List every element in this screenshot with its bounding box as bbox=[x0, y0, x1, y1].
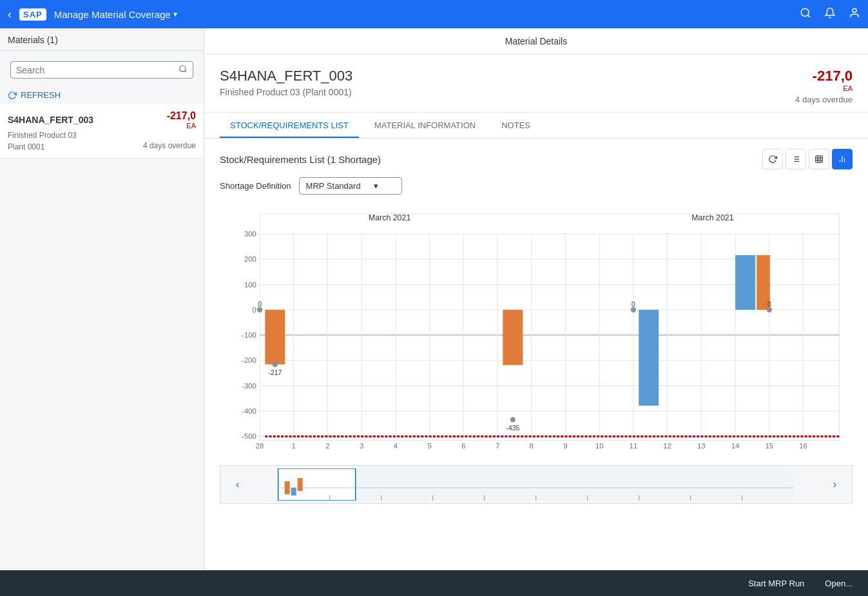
detail-material-desc: Finished Product 03 (Plant 0001) bbox=[220, 87, 352, 97]
svg-text:-400: -400 bbox=[242, 407, 256, 415]
nav-left-arrow[interactable]: ‹ bbox=[236, 479, 239, 490]
content-header-title: Material Details bbox=[505, 36, 567, 46]
svg-point-2 bbox=[853, 8, 856, 12]
svg-text:0: 0 bbox=[767, 301, 771, 308]
svg-point-3 bbox=[180, 66, 186, 72]
material-list-item[interactable]: S4HANA_FERT_003 -217,0 EA Finished Produ… bbox=[0, 104, 204, 159]
bar-11-negative bbox=[639, 310, 659, 406]
tabs-container: STOCK/REQUIREMENTS LIST MATERIAL INFORMA… bbox=[204, 113, 868, 139]
svg-rect-11 bbox=[816, 156, 823, 163]
svg-text:9: 9 bbox=[563, 442, 567, 450]
svg-text:-100: -100 bbox=[242, 331, 256, 339]
refresh-button[interactable]: REFRESH bbox=[0, 86, 204, 104]
nav-right-arrow[interactable]: › bbox=[833, 479, 836, 490]
svg-text:-435: -435 bbox=[506, 425, 519, 432]
table-view-button[interactable] bbox=[809, 149, 829, 169]
search-icon[interactable] bbox=[800, 7, 811, 22]
data-point-435 bbox=[510, 417, 516, 422]
app-header: ‹ SAP Manage Material Coverage ▾ bbox=[0, 0, 868, 28]
chart-container: March 2021 March 2021 bbox=[220, 205, 853, 463]
svg-text:4: 4 bbox=[394, 442, 398, 450]
svg-text:13: 13 bbox=[697, 442, 706, 450]
data-point-217 bbox=[273, 361, 278, 367]
material-detail-header: S4HANA_FERT_003 Finished Product 03 (Pla… bbox=[204, 55, 868, 113]
svg-text:March 2021: March 2021 bbox=[691, 213, 734, 222]
svg-text:6: 6 bbox=[461, 442, 465, 450]
back-button[interactable]: ‹ bbox=[8, 8, 12, 21]
material-plant: Plant 0001 bbox=[8, 142, 44, 151]
svg-text:300: 300 bbox=[244, 230, 256, 238]
detail-overdue: 4 days overdue bbox=[795, 95, 853, 104]
app-title: Manage Material Coverage ▾ bbox=[54, 9, 177, 20]
svg-text:0: 0 bbox=[258, 301, 262, 308]
refresh-chart-button[interactable] bbox=[762, 149, 783, 169]
svg-text:7: 7 bbox=[496, 442, 499, 450]
svg-text:-300: -300 bbox=[242, 382, 256, 390]
svg-point-0 bbox=[801, 8, 809, 16]
svg-text:5: 5 bbox=[427, 442, 431, 450]
svg-text:8: 8 bbox=[530, 442, 534, 450]
svg-line-4 bbox=[185, 71, 187, 73]
shortage-dropdown[interactable]: MRP Standard ▾ bbox=[299, 177, 402, 195]
svg-text:-500: -500 bbox=[242, 432, 256, 440]
shortage-definition-row: Shortage Definition MRP Standard ▾ bbox=[220, 177, 853, 195]
user-icon[interactable] bbox=[849, 7, 860, 22]
material-overdue: 4 days overdue bbox=[143, 141, 196, 151]
svg-text:100: 100 bbox=[244, 281, 256, 289]
title-chevron-icon[interactable]: ▾ bbox=[173, 10, 177, 19]
sap-logo: SAP bbox=[19, 8, 46, 21]
chart-navigator: ‹ bbox=[220, 465, 853, 504]
data-point-11-0 bbox=[631, 307, 636, 312]
start-mrp-run-button[interactable]: Start MRP Run bbox=[743, 576, 809, 591]
stock-title: Stock/Requirements List (1 Shortage) bbox=[220, 154, 381, 165]
detail-shortage-value: -217,0 bbox=[795, 68, 853, 84]
search-icon[interactable] bbox=[178, 64, 188, 75]
materials-count-label: Materials (1) bbox=[8, 35, 58, 45]
svg-text:-200: -200 bbox=[242, 356, 256, 364]
svg-text:200: 200 bbox=[244, 255, 256, 263]
sidebar: Materials (1) REFRESH S4HANA_FERT_003 -2… bbox=[0, 28, 204, 570]
content-area: Material Details S4HANA_FERT_003 Finishe… bbox=[204, 28, 868, 570]
notification-icon[interactable] bbox=[824, 7, 836, 22]
svg-rect-82 bbox=[298, 478, 303, 491]
svg-text:10: 10 bbox=[595, 442, 604, 450]
data-point-28-0 bbox=[257, 307, 262, 312]
svg-text:16: 16 bbox=[799, 442, 807, 450]
svg-text:2: 2 bbox=[325, 442, 329, 450]
tab-notes[interactable]: NOTES bbox=[491, 113, 541, 138]
tab-stock-requirements[interactable]: STOCK/REQUIREMENTS LIST bbox=[220, 113, 359, 138]
svg-line-1 bbox=[807, 15, 809, 17]
material-name: S4HANA_FERT_003 bbox=[8, 115, 93, 125]
material-description: Finished Product 03 bbox=[8, 131, 196, 140]
svg-rect-81 bbox=[291, 488, 296, 495]
stock-header: Stock/Requirements List (1 Shortage) bbox=[220, 149, 853, 169]
svg-text:0: 0 bbox=[253, 306, 256, 314]
data-point-14-0 bbox=[767, 307, 772, 312]
content-header: Material Details bbox=[204, 28, 868, 55]
stock-tools bbox=[762, 149, 853, 169]
svg-text:12: 12 bbox=[663, 442, 671, 450]
header-icons bbox=[800, 7, 860, 22]
shortage-dropdown-value: MRP Standard bbox=[306, 181, 361, 191]
svg-rect-19 bbox=[260, 214, 839, 440]
material-shortage-value: -217,0 bbox=[167, 110, 196, 122]
main-layout: Materials (1) REFRESH S4HANA_FERT_003 -2… bbox=[0, 28, 868, 570]
detail-unit: EA bbox=[795, 84, 853, 92]
list-view-button[interactable] bbox=[786, 149, 806, 169]
svg-text:March 2021: March 2021 bbox=[369, 213, 411, 222]
detail-material-name: S4HANA_FERT_003 bbox=[220, 68, 352, 84]
chart-view-button[interactable] bbox=[832, 149, 853, 169]
material-unit: EA bbox=[167, 122, 196, 130]
svg-text:1: 1 bbox=[292, 442, 296, 450]
svg-text:11: 11 bbox=[630, 442, 638, 450]
svg-text:15: 15 bbox=[765, 442, 773, 450]
open-button[interactable]: Open... bbox=[820, 576, 858, 591]
refresh-label: REFRESH bbox=[21, 90, 61, 100]
shortage-definition-label: Shortage Definition bbox=[220, 181, 291, 191]
tab-material-info[interactable]: MATERIAL INFORMATION bbox=[364, 113, 486, 138]
stock-section: Stock/Requirements List (1 Shortage) bbox=[204, 139, 868, 514]
nav-inner bbox=[244, 468, 827, 501]
svg-text:14: 14 bbox=[731, 442, 740, 450]
app-footer: Start MRP Run Open... bbox=[0, 570, 868, 596]
search-input[interactable] bbox=[16, 65, 175, 75]
